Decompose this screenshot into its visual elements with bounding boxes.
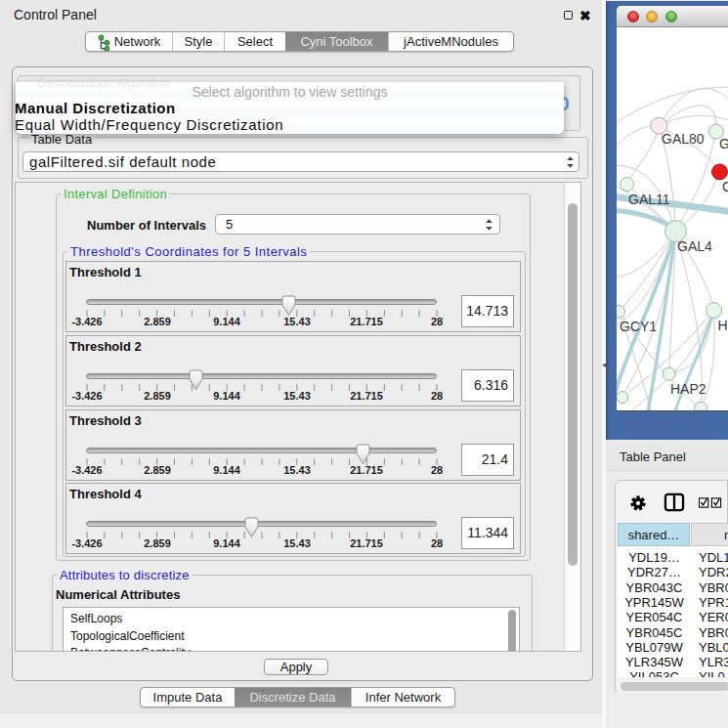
svg-text:C: C xyxy=(722,179,728,194)
svg-text:GAL4: GAL4 xyxy=(677,238,712,254)
svg-text:GAL11: GAL11 xyxy=(628,192,670,207)
svg-text:H: H xyxy=(718,318,728,333)
svg-text:GAL80: GAL80 xyxy=(662,131,705,147)
svg-text:GCY1: GCY1 xyxy=(620,319,657,334)
svg-text:G: G xyxy=(719,136,728,151)
svg-text:HAP2: HAP2 xyxy=(670,381,707,397)
